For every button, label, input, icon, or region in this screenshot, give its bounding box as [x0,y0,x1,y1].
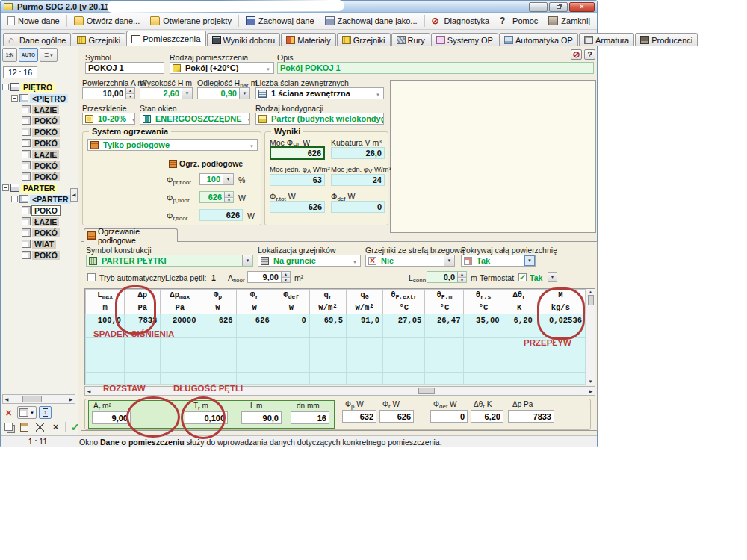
tab-wyniki-doboru[interactable]: Wyniki doboru [207,33,281,46]
symbol-input[interactable]: POKOJ 1 [85,62,164,74]
chevron-down-icon[interactable] [263,63,273,72]
room-sketch-panel[interactable] [390,80,596,233]
chevron-down-icon[interactable] [182,88,192,99]
glazing-select[interactable]: 10-20% [82,113,135,125]
tab-automatyka-op[interactable]: Automatyka OP [499,33,578,46]
spinner-icon[interactable]: ▲▼ [457,272,466,282]
scale-tool-button[interactable]: 1:N [2,48,17,62]
diagnostics-button[interactable] [571,49,582,60]
scroll-thumb[interactable] [418,388,435,394]
tree-layout-button[interactable]: ☰ ▾ [40,48,58,62]
tree-item-room[interactable]: POKÓ [1,137,78,149]
scroll-thumb[interactable] [22,396,42,402]
loop-length-value[interactable]: 90,0 [241,411,282,424]
tab-systemy-op[interactable]: Systemy OP [431,33,498,46]
tree-item-room[interactable]: ŁAZIE [1,104,78,115]
chevron-down-icon[interactable] [239,88,249,99]
table-row[interactable]: 100,0783320000626626069,591,027,0526,473… [86,314,586,326]
room-type-select[interactable]: Pokój (+20°C) [170,62,274,74]
heating-system-select[interactable]: Tylko podłogowe [87,139,258,151]
tree-item-room[interactable]: POKÓ [1,115,78,126]
chevron-down-icon[interactable] [223,174,233,184]
tree-item-room-selected[interactable]: POKO [1,205,78,216]
room-type-dropdown[interactable]: ▼ [17,406,37,419]
construction-select[interactable]: PARTER PŁYTKI [86,255,253,267]
tree-item-room[interactable]: ŁAZIE [1,149,78,160]
collapse-icon[interactable]: − [2,184,9,191]
tree-item-storey[interactable]: −PIĘTRO [1,81,78,93]
collapse-icon[interactable]: − [2,84,9,90]
chevron-down-icon[interactable] [242,255,252,266]
spinner-icon[interactable]: ▲▼ [125,88,134,99]
delete-room-button[interactable]: × [2,406,15,419]
copy-button[interactable] [2,420,15,433]
chevron-down-icon[interactable] [128,114,135,123]
tab-producenci[interactable]: Producenci [635,33,698,46]
chevron-down-icon[interactable] [350,256,360,265]
tab-pomieszczenia[interactable]: Pomieszczenia [126,31,205,46]
windows-state-select[interactable]: ENERGOOSZCZĘDNE [140,113,250,125]
phi-p-floor-stepper[interactable]: 626▲▼ [199,191,234,203]
spinner-icon[interactable]: ▲▼ [224,192,233,202]
auto-tool-button[interactable]: AUTO [19,48,38,62]
menu-item-zachowaj-dane[interactable]: Zachowaj dane [241,15,320,27]
tree-item-room[interactable]: POKÓ [1,160,78,171]
floor-heating-tab[interactable]: Ogrzewanie podłogowe [84,228,178,242]
spinner-icon[interactable]: ▲▼ [281,272,290,282]
description-field[interactable]: Pokój POKOJ 1 [277,62,594,74]
tab-materialy[interactable]: Materiały [281,33,336,46]
confirm-button[interactable]: ✓ [69,420,78,433]
tab-grzejniki-2[interactable]: Grzejniki [337,33,391,46]
location-select[interactable]: Na gruncie [258,255,361,267]
table-vertical-scrollbar[interactable]: ▲▼ [586,289,595,385]
tree-item-room[interactable]: ŁAZIE [1,216,78,227]
chevron-down-icon[interactable] [444,255,454,266]
tab-armatura[interactable]: Armatura [579,33,634,46]
chevron-down-icon[interactable] [524,255,535,266]
spacing-value[interactable]: 0,100 [185,411,228,424]
ext-walls-select[interactable]: 1 ściana zewnętrzna [255,87,384,99]
tree-item-dwelling[interactable]: −<PIĘTRO [1,93,78,104]
paste-button[interactable] [18,420,31,433]
menu-item-nowe-dane[interactable]: Nowe dane [2,15,65,27]
tree-item-storey[interactable]: −PARTER [1,182,78,193]
help-button[interactable]: ? [584,49,595,60]
tree-item-room[interactable]: POKÓ [1,171,78,182]
area-stepper[interactable]: 10,00▲▼ [82,87,135,99]
menu-item-zachowaj-dane-jako[interactable]: Zachowaj dane jako... [320,15,423,27]
tree-item-room[interactable]: POKÓ [1,249,78,261]
tab-dane-ogolne[interactable]: Dane ogólne [3,33,71,46]
storey-type-select[interactable]: Parter (budynek wielokondyg [255,113,384,125]
collapse-icon[interactable]: − [11,95,18,102]
menu-item-otworz-dane[interactable]: Otwórz dane... [69,15,146,27]
tree-item-room[interactable]: WIAT [1,238,78,249]
tree-item-room[interactable]: POKÓ [1,126,78,137]
tree-item-dwelling[interactable]: −<PARTER [1,193,78,205]
phi-pr-floor-select[interactable]: 100 [199,173,234,185]
remove-button[interactable]: × [49,420,62,433]
menu-item-diagnostyka[interactable]: Diagnostyka [427,15,495,27]
scroll-thumb[interactable] [588,295,594,305]
height-select[interactable]: 2,60 [140,87,193,99]
tab-grzejniki[interactable]: Grzejniki [72,33,125,46]
chevron-down-icon[interactable] [244,114,250,123]
menu-item-zamknij[interactable]: Zamknij [543,15,595,27]
edge-zone-select[interactable]: Nie [365,255,455,267]
auto-mode-checkbox[interactable] [87,273,96,281]
tab-rury[interactable]: Rury [391,33,430,46]
tree-item-room[interactable]: POKÓ [1,227,78,238]
menu-item-pomoc[interactable]: Pomoc [495,15,543,27]
afloor-stepper[interactable]: 9,00▲▼ [247,271,291,283]
close-button[interactable]: × [569,2,595,12]
chevron-down-icon[interactable] [548,272,557,282]
sidebar-collapse-arrow[interactable]: ◀ [70,188,78,202]
minimize-button[interactable]: — [529,2,548,12]
chevron-down-icon[interactable] [373,89,383,98]
restore-button[interactable] [549,2,568,12]
distance-select[interactable]: 0,90 [197,87,250,99]
cover-select[interactable]: Tak [461,255,536,267]
menu-item-otwierane-projekty[interactable]: Otwierane projekty [145,15,237,27]
tree-horizontal-scrollbar[interactable]: ◀▶ [2,394,75,404]
collapse-icon[interactable]: − [11,196,18,202]
thermostat-checkbox[interactable] [518,273,527,281]
